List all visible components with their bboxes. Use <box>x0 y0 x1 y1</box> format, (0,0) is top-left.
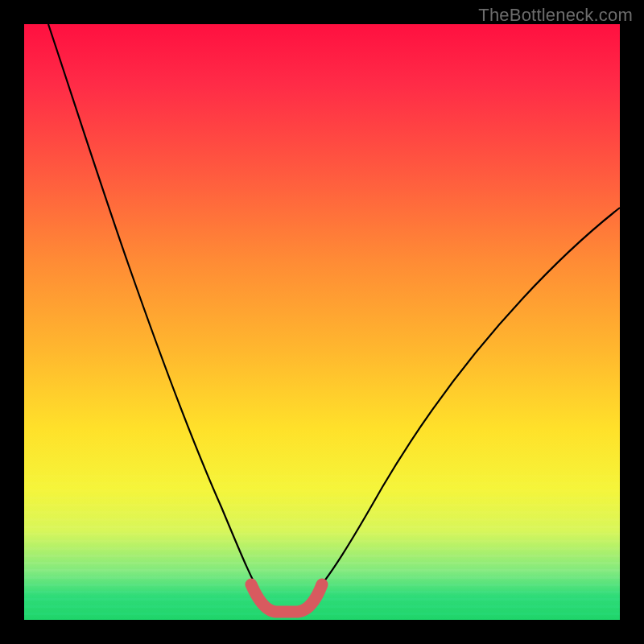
watermark-text: TheBottleneck.com <box>478 5 633 26</box>
plot-area <box>24 24 620 620</box>
curve-layer <box>24 24 620 620</box>
curve-left <box>48 24 262 597</box>
valley-highlight <box>251 584 322 612</box>
curve-right <box>311 208 620 597</box>
chart-frame: TheBottleneck.com <box>0 0 644 644</box>
